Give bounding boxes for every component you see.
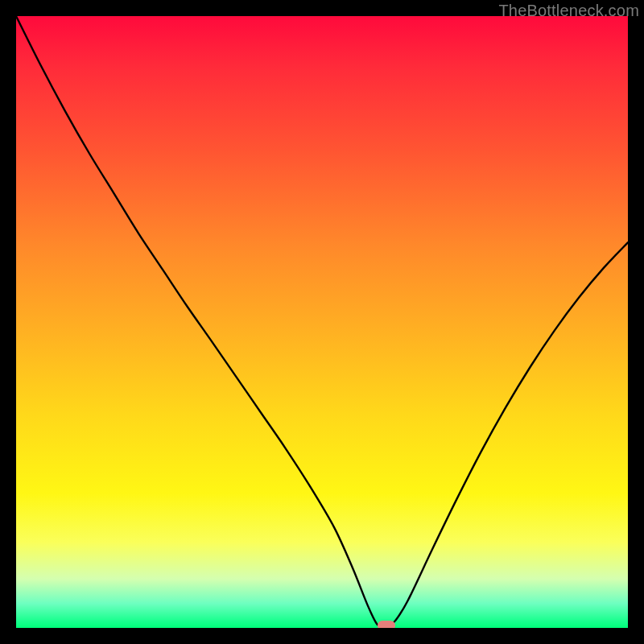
bottleneck-curve [16,16,628,628]
curve-path [16,16,628,626]
chart-frame: TheBottleneck.com [0,0,644,644]
plot-area [16,16,628,628]
optimum-marker [378,621,395,628]
